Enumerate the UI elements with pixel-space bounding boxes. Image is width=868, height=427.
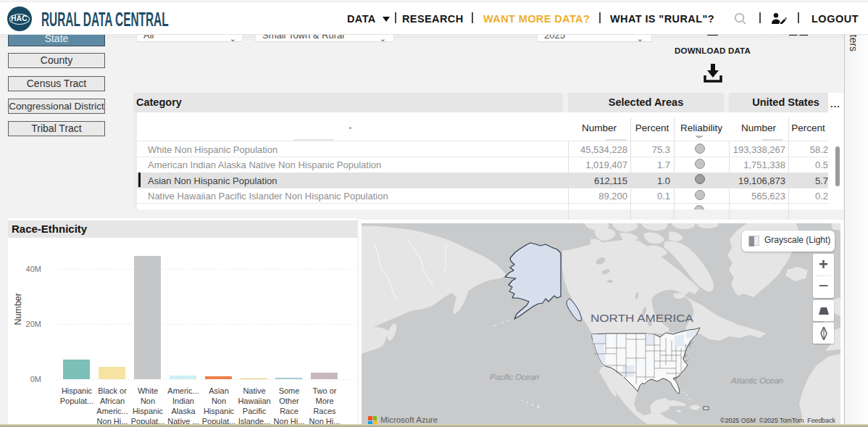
svg-text:Pacific Ocean: Pacific Ocean: [490, 373, 539, 381]
svg-text:Atlantic Ocean: Atlantic Ocean: [730, 376, 783, 385]
svg-text:NORTH AMERICA: NORTH AMERICA: [591, 312, 694, 324]
